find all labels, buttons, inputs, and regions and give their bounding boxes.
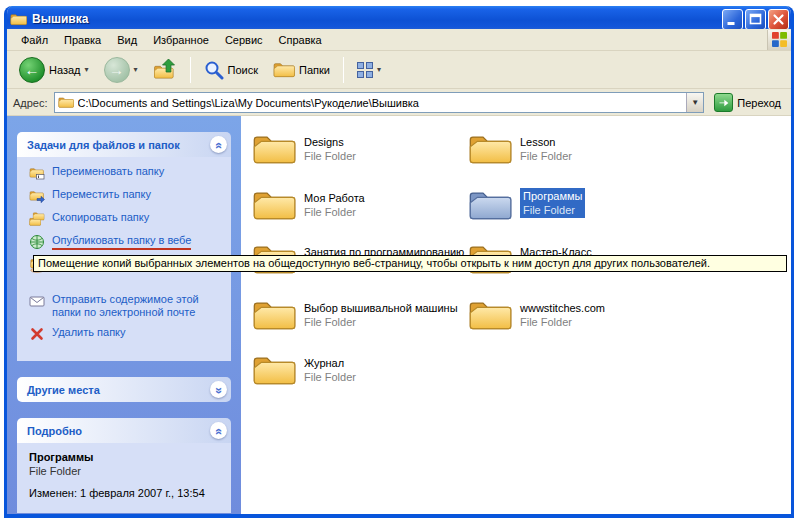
address-input[interactable] — [78, 93, 687, 112]
minimize-button[interactable] — [722, 9, 743, 30]
file-tile[interactable]: DesignsFile Folder — [252, 132, 356, 167]
toolbar: ← Назад ▾ → ▾ Поиск Папки — [7, 51, 791, 89]
windows-logo-icon — [767, 30, 791, 50]
views-dropdown-icon[interactable]: ▾ — [377, 65, 381, 74]
collapse-chevron-icon[interactable]: « — [210, 136, 227, 153]
address-dropdown-button[interactable]: ▼ — [686, 93, 703, 112]
close-button[interactable] — [768, 9, 789, 30]
task-copy-folder[interactable]: Скопировать папку — [29, 211, 227, 227]
folder-icon — [252, 353, 296, 388]
folder-icon — [252, 298, 296, 333]
details-modified: Изменен: 1 февраля 2007 г., 13:54 — [29, 487, 225, 499]
email-icon — [29, 293, 46, 319]
details-title: Подробно — [27, 425, 210, 437]
folders-button[interactable]: Папки — [267, 58, 336, 82]
screen: Вышивка Файл Правка Вид Избранное Сервис… — [0, 0, 796, 521]
task-publish-folder-web[interactable]: Опубликовать папку в вебе — [29, 234, 227, 250]
window-body: Задачи для файлов и папок « Переименоват… — [7, 116, 791, 514]
task-pane: Задачи для файлов и папок « Переименоват… — [7, 116, 241, 514]
menu-edit[interactable]: Правка — [56, 31, 109, 49]
views-button[interactable]: ▾ — [351, 59, 387, 81]
address-label: Адрес: — [13, 97, 48, 109]
toolbar-divider — [343, 57, 344, 83]
go-button[interactable]: Переход — [710, 92, 785, 113]
file-tasks-title: Задачи для файлов и папок — [27, 139, 210, 151]
search-button[interactable]: Поиск — [198, 57, 264, 83]
window-folder-icon — [10, 12, 27, 27]
go-arrow-icon — [714, 93, 733, 112]
section-other-places: Другие места » — [17, 377, 231, 402]
file-tile[interactable]: ЖурналFile Folder — [252, 353, 356, 388]
rename-folder-icon — [29, 165, 46, 181]
file-tile-selected[interactable]: ПрограммыFile Folder — [468, 188, 585, 223]
back-dropdown-icon[interactable]: ▾ — [85, 65, 89, 74]
back-label: Назад — [49, 64, 81, 76]
task-rename-folder[interactable]: Переименовать папку — [29, 165, 227, 181]
forward-dropdown-icon[interactable]: ▾ — [134, 65, 138, 74]
folders-label: Папки — [299, 64, 330, 76]
folder-icon — [252, 188, 296, 223]
file-tile[interactable]: Моя РаботаFile Folder — [252, 188, 365, 223]
details-header[interactable]: Подробно « — [17, 418, 231, 443]
address-folder-icon — [58, 96, 74, 109]
back-icon: ← — [19, 57, 45, 83]
task-delete-folder[interactable]: Удалить папку — [29, 326, 227, 342]
back-button[interactable]: ← Назад ▾ — [13, 54, 95, 86]
window-title: Вышивка — [32, 12, 720, 26]
details-file-name: Программы — [29, 451, 225, 463]
file-tile[interactable]: LessonFile Folder — [468, 132, 572, 167]
explorer-window: Вышивка Файл Правка Вид Избранное Сервис… — [4, 6, 794, 518]
delete-icon — [29, 326, 46, 342]
other-places-header[interactable]: Другие места » — [17, 377, 231, 402]
publish-web-icon — [29, 234, 46, 250]
address-bar: Адрес: ▼ Переход — [7, 90, 791, 116]
search-label: Поиск — [228, 64, 258, 76]
collapse-chevron-icon[interactable]: « — [210, 422, 227, 439]
folder-icon — [252, 132, 296, 167]
folder-icon-selected — [468, 188, 512, 223]
task-email-folder[interactable]: Отправить содержимое этой папки по элект… — [29, 293, 227, 319]
forward-button[interactable]: → ▾ — [98, 54, 144, 86]
folder-icon — [468, 132, 512, 167]
menu-view[interactable]: Вид — [109, 31, 145, 49]
go-label: Переход — [737, 97, 781, 109]
file-tile[interactable]: Выбор вышивальной машиныFile Folder — [252, 298, 458, 333]
move-folder-icon — [29, 188, 46, 204]
menu-favorites[interactable]: Избранное — [145, 31, 217, 49]
folders-icon — [273, 61, 295, 79]
details-body: Программы File Folder Изменен: 1 февраля… — [17, 443, 231, 513]
menu-tools[interactable]: Сервис — [217, 31, 271, 49]
details-file-type: File Folder — [29, 465, 225, 477]
toolbar-divider — [190, 57, 191, 83]
copy-folder-icon — [29, 211, 46, 227]
menu-file[interactable]: Файл — [13, 31, 56, 49]
address-combo[interactable]: ▼ — [54, 92, 705, 113]
tooltip: Помещение копий выбранных элементов на о… — [33, 255, 787, 272]
maximize-icon — [747, 11, 764, 28]
section-file-tasks: Задачи для файлов и папок « Переименоват… — [17, 132, 231, 361]
file-list-area[interactable]: DesignsFile Folder LessonFile Folder Моя… — [241, 116, 791, 514]
up-button[interactable] — [147, 55, 183, 84]
expand-chevron-icon[interactable]: » — [210, 381, 227, 398]
forward-icon: → — [104, 57, 130, 83]
minimize-icon — [724, 11, 741, 28]
search-icon — [204, 60, 224, 80]
menu-help[interactable]: Справка — [271, 31, 330, 49]
file-tasks-header[interactable]: Задачи для файлов и папок « — [17, 132, 231, 157]
views-icon — [357, 62, 373, 78]
other-places-title: Другие места — [27, 384, 210, 396]
maximize-button[interactable] — [745, 9, 766, 30]
section-details: Подробно « Программы File Folder Изменен… — [17, 418, 231, 513]
task-move-folder[interactable]: Переместить папку — [29, 188, 227, 204]
folder-icon — [468, 298, 512, 333]
up-folder-icon — [153, 58, 177, 81]
file-tile[interactable]: wwwstitches.comFile Folder — [468, 298, 605, 333]
menu-bar: Файл Правка Вид Избранное Сервис Справка — [7, 29, 791, 51]
close-icon — [770, 11, 787, 28]
